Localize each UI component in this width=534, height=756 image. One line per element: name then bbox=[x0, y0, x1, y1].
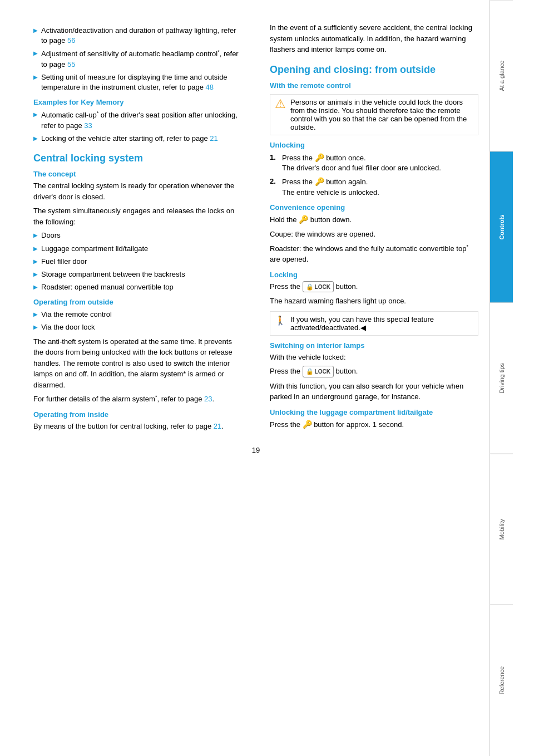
locking-info-box: 🚶 If you wish, you can have this special… bbox=[270, 311, 478, 336]
list-item: ▶ Doors bbox=[33, 230, 242, 240]
sidebar-tab-controls[interactable]: Controls bbox=[490, 151, 513, 303]
sidebar-tab-driving-tips[interactable]: Driving tips bbox=[490, 302, 513, 454]
conv-opening-para3: Roadster: the windows and the fully auto… bbox=[270, 243, 478, 265]
op-outside-list: ▶ Via the remote control ▶ Via the door … bbox=[33, 310, 242, 332]
page-container: ▶ Activation/deactivation and duration o… bbox=[0, 0, 534, 756]
switch-lamps-para1: With the vehicle locked: bbox=[270, 352, 478, 363]
bullet-arrow-icon: ▶ bbox=[33, 232, 38, 239]
switch-lamps-para2: Press the 🔒 LOCK button. bbox=[270, 366, 478, 377]
switch-lamps-heading: Switching on interior lamps bbox=[270, 341, 478, 350]
warning-box: ⚠ Persons or animals in the vehicle coul… bbox=[270, 94, 478, 135]
locking-info-text: If you wish, you can have this special f… bbox=[290, 315, 473, 332]
list-item: ▶ Storage compartment between the backre… bbox=[33, 269, 242, 279]
bullet-arrow-icon: ▶ bbox=[33, 245, 38, 253]
trunk-button-icon: 🔑 bbox=[303, 420, 312, 429]
remote-heading: With the remote control bbox=[270, 81, 478, 90]
list-item: ▶ Activation/deactivation and duration o… bbox=[33, 26, 242, 46]
sidebar-tab-mobility[interactable]: Mobility bbox=[490, 454, 513, 605]
key-icon: 🔑 bbox=[315, 153, 324, 162]
switch-lamps-para3: With this function, you can also search … bbox=[270, 381, 478, 402]
list-item: ▶ Locking of the vehicle after starting … bbox=[33, 134, 242, 144]
op-inside-para: By means of the button for central locki… bbox=[33, 421, 242, 432]
opening-heading: Opening and closing: from outside bbox=[270, 64, 478, 76]
list-item: ▶ Adjustment of sensitivity of automatic… bbox=[33, 48, 242, 70]
examples-heading: Examples for Key Memory bbox=[33, 98, 242, 106]
concept-heading: The concept bbox=[33, 170, 242, 178]
warning-text: Persons or animals in the vehicle could … bbox=[290, 98, 473, 131]
key-icon: 🔑 bbox=[299, 215, 308, 224]
unlocking-steps: 1. Press the 🔑 button once.The driver's … bbox=[270, 153, 478, 198]
sidebar-tab-at-a-glance[interactable]: At a glance bbox=[490, 0, 513, 151]
bullet-arrow-icon: ▶ bbox=[33, 323, 38, 331]
lock-button-icon: 🔒 LOCK bbox=[303, 366, 334, 377]
bullet-arrow-icon: ▶ bbox=[33, 111, 38, 119]
unlocking-luggage-para: Press the 🔑 button for approx. 1 second. bbox=[270, 419, 478, 430]
locking-para2: The hazard warning flashers light up onc… bbox=[270, 296, 478, 307]
bullet-arrow-icon: ▶ bbox=[33, 50, 38, 57]
op-outside-para: The anti-theft system is operated at the… bbox=[33, 336, 242, 391]
conv-opening-para1: Hold the 🔑 button down. bbox=[270, 214, 478, 225]
bullet-arrow-icon: ▶ bbox=[33, 258, 38, 266]
list-item: ▶ Luggage compartment lid/tailgate bbox=[33, 244, 242, 254]
concept-para2: The system simultaneously engages and re… bbox=[33, 205, 242, 227]
intro-para: In the event of a sufficiently severe ac… bbox=[270, 22, 478, 55]
conv-opening-para2: Coupe: the windows are opened. bbox=[270, 229, 478, 240]
top-bullet-list: ▶ Activation/deactivation and duration o… bbox=[33, 26, 242, 92]
two-column-layout: ▶ Activation/deactivation and duration o… bbox=[33, 22, 478, 435]
page-number: 19 bbox=[33, 446, 478, 465]
key-icon: 🔑 bbox=[315, 177, 324, 186]
unlocking-heading: Unlocking bbox=[270, 141, 478, 149]
op-outside-heading: Operating from outside bbox=[33, 298, 242, 306]
sidebar: At a glance Controls Driving tips Mobili… bbox=[490, 0, 513, 756]
list-item: 2. Press the 🔑 button again.The entire v… bbox=[270, 176, 478, 198]
conv-opening-heading: Convenience opening bbox=[270, 203, 478, 212]
lock-button-icon: 🔒 LOCK bbox=[303, 281, 334, 293]
bullet-arrow-icon: ▶ bbox=[33, 311, 38, 318]
locking-heading: Locking bbox=[270, 271, 478, 279]
person-icon: 🚶 bbox=[275, 315, 286, 326]
list-item: ▶ Setting unit of measure for displaying… bbox=[33, 72, 242, 92]
bullet-arrow-icon: ▶ bbox=[33, 271, 38, 278]
list-item: ▶ Via the remote control bbox=[33, 310, 242, 320]
bullet-arrow-icon: ▶ bbox=[33, 135, 38, 143]
examples-list: ▶ Automatic call-up* of the driver's sea… bbox=[33, 110, 242, 144]
op-inside-heading: Operating from inside bbox=[33, 410, 242, 419]
locking-para1: Press the 🔒 LOCK button. bbox=[270, 281, 478, 293]
concept-items-list: ▶ Doors ▶ Luggage compartment lid/tailga… bbox=[33, 230, 242, 292]
central-locking-heading: Central locking system bbox=[33, 153, 242, 164]
right-column: In the event of a sufficiently severe ac… bbox=[264, 22, 478, 435]
list-item: ▶ Automatic call-up* of the driver's sea… bbox=[33, 110, 242, 131]
sidebar-tab-reference[interactable]: Reference bbox=[490, 605, 513, 756]
bullet-arrow-icon: ▶ bbox=[33, 283, 38, 291]
unlocking-luggage-heading: Unlocking the luggage compartment lid/ta… bbox=[270, 408, 478, 416]
bullet-arrow-icon: ▶ bbox=[33, 73, 38, 81]
main-content: ▶ Activation/deactivation and duration o… bbox=[0, 0, 490, 756]
list-item: 1. Press the 🔑 button once.The driver's … bbox=[270, 153, 478, 174]
warning-triangle-icon: ⚠ bbox=[275, 98, 286, 110]
list-item: ▶ Fuel filler door bbox=[33, 257, 242, 267]
concept-para1: The central locking system is ready for … bbox=[33, 180, 242, 202]
left-column: ▶ Activation/deactivation and duration o… bbox=[33, 22, 248, 435]
list-item: ▶ Via the door lock bbox=[33, 322, 242, 332]
bullet-arrow-icon: ▶ bbox=[33, 27, 38, 35]
op-outside-para2: For further details of the alarm system*… bbox=[33, 394, 242, 405]
list-item: ▶ Roadster: opened manual convertible to… bbox=[33, 282, 242, 292]
